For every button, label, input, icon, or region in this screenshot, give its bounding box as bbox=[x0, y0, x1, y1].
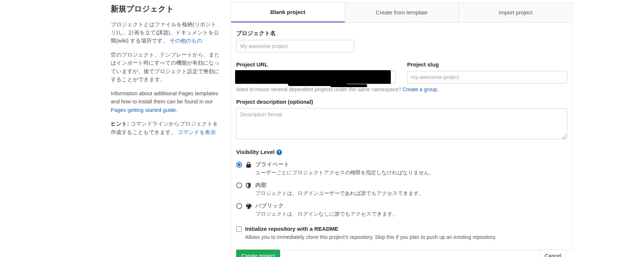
redaction-overlay bbox=[235, 70, 391, 84]
visibility-level-label: Visibility Level bbox=[236, 149, 275, 155]
readme-texts: Initialize repository with a README Allo… bbox=[245, 226, 496, 240]
project-type-tabs: Blank project Create from template Impor… bbox=[231, 3, 572, 23]
create-project-button[interactable]: Create project bbox=[236, 250, 280, 257]
help-icon[interactable]: ? bbox=[276, 150, 282, 155]
description-block: Project description (optional) bbox=[236, 99, 566, 141]
sidebar-pages-paragraph: Information about additional Pages templ… bbox=[111, 89, 221, 114]
lock-icon bbox=[246, 162, 252, 169]
private-option-texts: プライベート ユーザーごとにプロジェクトアクセスの権限を指定しなければなりません… bbox=[255, 161, 434, 176]
namespace-hint: Want to house several dependent projects… bbox=[236, 86, 566, 92]
internal-option-description: プロジェクトは、ログインユーザーであれば誰でもアクセスできます。 bbox=[255, 190, 424, 197]
sidebar-features-paragraph: 空のプロジェクト、テンプレートから、またはインポート時にすべての機能が有効になっ… bbox=[111, 51, 221, 84]
shield-icon bbox=[246, 182, 252, 190]
project-slug-label: Project slug bbox=[407, 61, 439, 68]
sidebar-hint-paragraph: ヒント: コマンドラインからプロジェクトを作成することもできます。 コマンドを表… bbox=[111, 120, 221, 136]
pages-guide-link[interactable]: Pages getting started guide bbox=[111, 107, 176, 113]
cancel-button[interactable]: Cancel bbox=[540, 250, 566, 257]
project-slug-column: Project slug bbox=[407, 61, 567, 83]
readme-checkbox[interactable] bbox=[236, 226, 242, 232]
readme-block: Initialize repository with a README Allo… bbox=[236, 226, 566, 240]
blank-project-form: プロジェクト名 Project URL Project slug Want to… bbox=[231, 23, 572, 257]
description-textarea-wrap bbox=[236, 105, 567, 141]
public-option-texts: パブリック プロジェクトは、ログインなしに誰でもアクセスできます。 bbox=[255, 202, 398, 217]
new-project-sidebar: 新規プロジェクト プロジェクトとはファイルを格納(リポジトリ)し、計画を立て(課… bbox=[111, 3, 221, 142]
visibility-option-public[interactable]: パブリック プロジェクトは、ログインなしに誰でもアクセスできます。 bbox=[236, 202, 566, 217]
url-slug-row: Project URL Project slug bbox=[236, 61, 566, 83]
hint-label: ヒント: bbox=[111, 121, 129, 127]
project-name-input[interactable] bbox=[236, 40, 354, 52]
tab-import-project[interactable]: Import project bbox=[458, 3, 572, 23]
public-option-description: プロジェクトは、ログインなしに誰でもアクセスできます。 bbox=[255, 211, 398, 217]
redaction-tail bbox=[330, 84, 367, 87]
readme-description: Allows you to immediately clone this pro… bbox=[245, 234, 496, 240]
readme-label[interactable]: Initialize repository with a README bbox=[245, 226, 496, 232]
page-title: 新規プロジェクト bbox=[111, 3, 221, 15]
project-description-textarea[interactable] bbox=[236, 108, 567, 139]
tab-create-from-template[interactable]: Create from template bbox=[345, 3, 459, 23]
visibility-block: Visibility Level? プライベート ユーザーごとにプロジェクトアク… bbox=[236, 149, 566, 217]
form-actions: Create project Cancel bbox=[236, 250, 566, 257]
tab-blank-project[interactable]: Blank project bbox=[231, 3, 345, 23]
visibility-option-private[interactable]: プライベート ユーザーごとにプロジェクトアクセスの権限を指定しなければなりません… bbox=[236, 161, 566, 176]
private-option-description: ユーザーごとにプロジェクトアクセスの権限を指定しなければなりません。 bbox=[255, 169, 434, 176]
public-radio[interactable] bbox=[236, 203, 242, 209]
internal-radio[interactable] bbox=[236, 182, 242, 188]
sidebar-intro-paragraph: プロジェクトとはファイルを格納(リポジトリ)し、計画を立て(課題)、ドキュメント… bbox=[111, 20, 221, 45]
create-group-link[interactable]: Create a group. bbox=[403, 86, 438, 92]
private-radio[interactable] bbox=[236, 162, 242, 168]
project-description-label: Project description (optional) bbox=[236, 99, 313, 105]
public-option-name: パブリック bbox=[255, 202, 398, 209]
internal-option-texts: 内部 プロジェクトは、ログインユーザーであれば誰でもアクセスできます。 bbox=[255, 182, 424, 197]
visibility-option-internal[interactable]: 内部 プロジェクトは、ログインユーザーであれば誰でもアクセスできます。 bbox=[236, 182, 566, 197]
textarea-resize-handle[interactable] bbox=[562, 135, 566, 139]
project-url-field-wrap bbox=[236, 71, 396, 83]
project-name-label: プロジェクト名 bbox=[236, 30, 276, 37]
project-slug-input[interactable] bbox=[407, 71, 567, 83]
internal-option-name: 内部 bbox=[255, 182, 424, 189]
globe-icon bbox=[246, 203, 252, 211]
show-command-link[interactable]: コマンドを表示 bbox=[178, 129, 216, 135]
private-option-name: プライベート bbox=[255, 161, 434, 168]
other-things-link[interactable]: その他のもの bbox=[169, 38, 202, 44]
project-url-label: Project URL bbox=[236, 61, 268, 68]
new-project-panel: Blank project Create from template Impor… bbox=[231, 2, 573, 250]
project-url-column: Project URL bbox=[236, 61, 396, 83]
